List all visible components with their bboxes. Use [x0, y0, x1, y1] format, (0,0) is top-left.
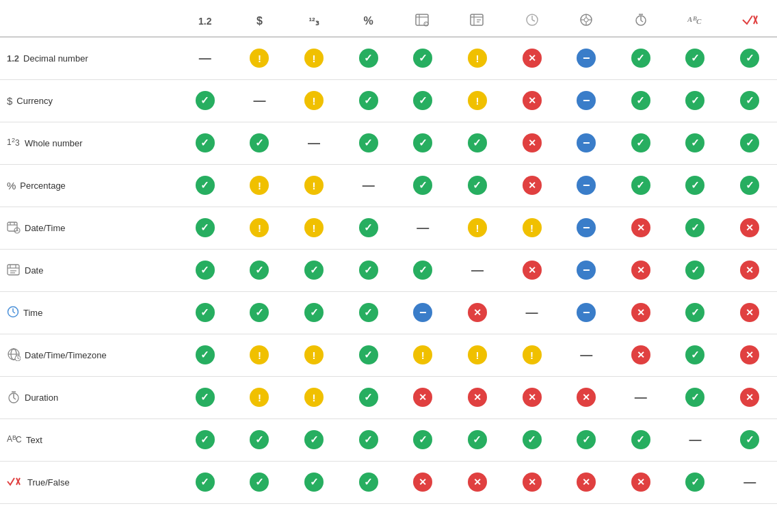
row-label-2: 123Whole number — [0, 122, 178, 164]
col-icon-1: $ — [256, 15, 263, 27]
cell-10-5 — [450, 461, 505, 503]
cell-check-green — [196, 473, 215, 492]
cell-0-6 — [505, 37, 559, 79]
cell-0-10 — [722, 37, 777, 79]
cell-8-8: — — [614, 376, 668, 418]
cell-dash: — — [417, 221, 429, 235]
row-icon-5 — [7, 263, 21, 278]
cell-check-green — [304, 430, 324, 449]
cell-8-2 — [287, 376, 341, 418]
svg-point-14 — [584, 18, 588, 22]
cell-cross-red — [740, 218, 759, 237]
cell-minus-blue — [413, 303, 432, 322]
cell-3-4 — [396, 164, 451, 207]
row-label-text-7: Date/Time/Timezone — [25, 350, 107, 360]
cell-8-9 — [668, 376, 723, 418]
cell-check-green — [359, 261, 378, 280]
cell-3-2 — [287, 164, 341, 207]
cell-check-green — [413, 91, 432, 110]
row-label-1: $Currency — [0, 79, 178, 122]
cell-check-green — [359, 473, 378, 492]
cell-cross-red — [523, 49, 542, 68]
cell-minus-blue — [577, 261, 596, 280]
svg-line-21 — [641, 21, 643, 22]
cell-dash: — — [635, 390, 647, 404]
svg-line-56 — [14, 398, 16, 399]
cell-6-0 — [178, 291, 233, 334]
cell-check-green — [196, 345, 215, 364]
table-row: Time— — [0, 291, 777, 334]
cell-check-green — [359, 388, 378, 407]
cell-check-green — [304, 261, 324, 280]
cell-6-2 — [287, 291, 341, 334]
cell-2-4 — [396, 122, 451, 164]
cell-2-8 — [614, 122, 668, 164]
cell-warning-yellow — [304, 49, 324, 68]
row-label-text-9: Text — [26, 435, 42, 445]
cell-3-9 — [668, 164, 723, 207]
cell-warning-yellow — [304, 345, 324, 364]
cell-check-green — [523, 430, 542, 449]
cell-check-green — [359, 430, 378, 449]
cell-check-green — [196, 176, 215, 195]
col-icon-0: 1.2 — [198, 16, 211, 27]
cell-5-10 — [722, 249, 777, 291]
cell-5-5: — — [450, 249, 505, 291]
cell-10-2 — [287, 461, 341, 503]
cell-warning-yellow — [468, 49, 487, 68]
col-header-8 — [614, 7, 668, 37]
cell-3-7 — [559, 164, 614, 207]
cell-7-4 — [396, 334, 451, 376]
cell-warning-yellow — [304, 176, 324, 195]
cell-1-1: — — [233, 79, 287, 122]
cell-7-9 — [668, 334, 723, 376]
cell-check-green — [359, 49, 378, 68]
cell-3-6 — [505, 164, 559, 207]
cell-6-4 — [396, 291, 451, 334]
col-header-10 — [722, 7, 777, 37]
cell-0-2 — [287, 37, 341, 79]
svg-text:3: 3 — [15, 138, 20, 148]
cell-minus-blue — [577, 176, 596, 195]
cell-check-green — [685, 218, 704, 237]
cell-4-10 — [722, 207, 777, 249]
row-label-5: Date — [0, 249, 178, 291]
cell-check-green — [740, 49, 759, 68]
cell-check-green — [196, 303, 215, 322]
cell-warning-yellow — [413, 345, 432, 364]
cell-10-0 — [178, 461, 233, 503]
cell-cross-red — [740, 345, 759, 364]
table-row: 123Whole number— — [0, 122, 777, 164]
cell-warning-yellow — [523, 345, 542, 364]
cell-8-5 — [450, 376, 505, 418]
cell-check-green — [468, 430, 487, 449]
cell-check-green — [359, 91, 378, 110]
cell-9-8 — [614, 418, 668, 461]
cell-5-0 — [178, 249, 233, 291]
cell-cross-red — [740, 261, 759, 280]
cell-1-2 — [287, 79, 341, 122]
table-row: Duration— — [0, 376, 777, 418]
cell-check-green — [304, 473, 324, 492]
cell-5-4 — [396, 249, 451, 291]
cell-dash: — — [743, 475, 756, 489]
cell-5-2 — [287, 249, 341, 291]
cell-3-1 — [233, 164, 287, 207]
cell-check-green — [196, 261, 215, 280]
cell-check-green — [359, 303, 378, 322]
cell-9-3 — [341, 418, 396, 461]
cell-check-green — [740, 430, 759, 449]
cell-dash: — — [199, 51, 211, 65]
cell-7-1 — [233, 334, 287, 376]
table-row: Date— — [0, 249, 777, 291]
row-label-text-8: Duration — [25, 393, 58, 403]
cell-check-green — [685, 345, 704, 364]
cell-dash: — — [308, 136, 320, 150]
cell-check-green — [413, 49, 432, 68]
col-header-2: ¹²₃ — [287, 7, 341, 37]
cell-7-5 — [450, 334, 505, 376]
cell-9-7 — [559, 418, 614, 461]
cell-check-green — [685, 91, 704, 110]
cell-cross-red — [413, 388, 432, 407]
svg-rect-38 — [8, 265, 19, 275]
